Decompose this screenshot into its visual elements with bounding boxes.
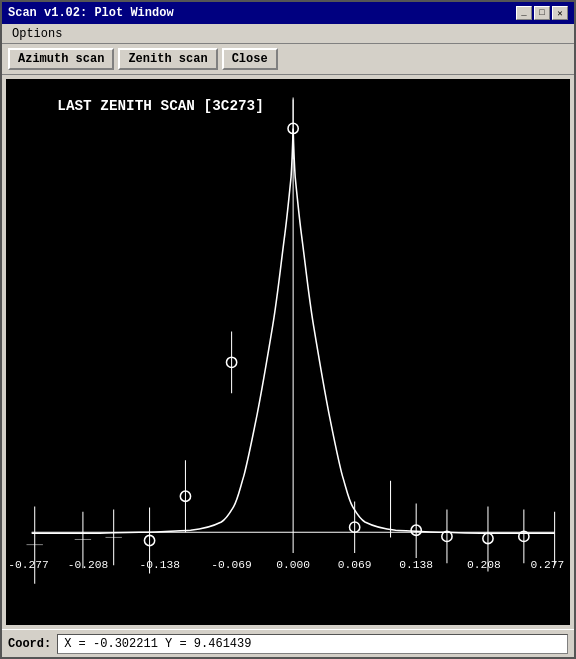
- title-controls: _ □ ✕: [516, 6, 568, 20]
- menu-options[interactable]: Options: [6, 26, 68, 42]
- coord-label: Coord:: [8, 637, 51, 651]
- svg-text:-0.208: -0.208: [68, 559, 109, 571]
- toolbar: Azimuth scan Zenith scan Close: [2, 44, 574, 75]
- plot-title: LAST ZENITH SCAN [3C273]: [57, 98, 264, 114]
- svg-text:0.277: 0.277: [531, 559, 565, 571]
- svg-text:0.069: 0.069: [338, 559, 372, 571]
- coord-value: X = -0.302211 Y = 9.461439: [57, 634, 568, 654]
- main-window: Scan v1.02: Plot Window _ □ ✕ Options Az…: [0, 0, 576, 659]
- plot-canvas: LAST ZENITH SCAN [3C273]: [6, 79, 570, 625]
- status-bar: Coord: X = -0.302211 Y = 9.461439: [2, 629, 574, 657]
- close-button[interactable]: ✕: [552, 6, 568, 20]
- close-plot-button[interactable]: Close: [222, 48, 278, 70]
- window-title: Scan v1.02: Plot Window: [8, 6, 174, 20]
- zenith-scan-button[interactable]: Zenith scan: [118, 48, 217, 70]
- svg-text:0.208: 0.208: [467, 559, 501, 571]
- title-bar: Scan v1.02: Plot Window _ □ ✕: [2, 2, 574, 24]
- svg-text:-0.277: -0.277: [8, 559, 49, 571]
- svg-text:-0.138: -0.138: [140, 559, 181, 571]
- azimuth-scan-button[interactable]: Azimuth scan: [8, 48, 114, 70]
- menu-bar: Options: [2, 24, 574, 44]
- maximize-button[interactable]: □: [534, 6, 550, 20]
- svg-text:-0.069: -0.069: [211, 559, 252, 571]
- plot-area: LAST ZENITH SCAN [3C273]: [6, 79, 570, 625]
- minimize-button[interactable]: _: [516, 6, 532, 20]
- svg-text:0.000: 0.000: [276, 559, 310, 571]
- svg-text:0.138: 0.138: [399, 559, 433, 571]
